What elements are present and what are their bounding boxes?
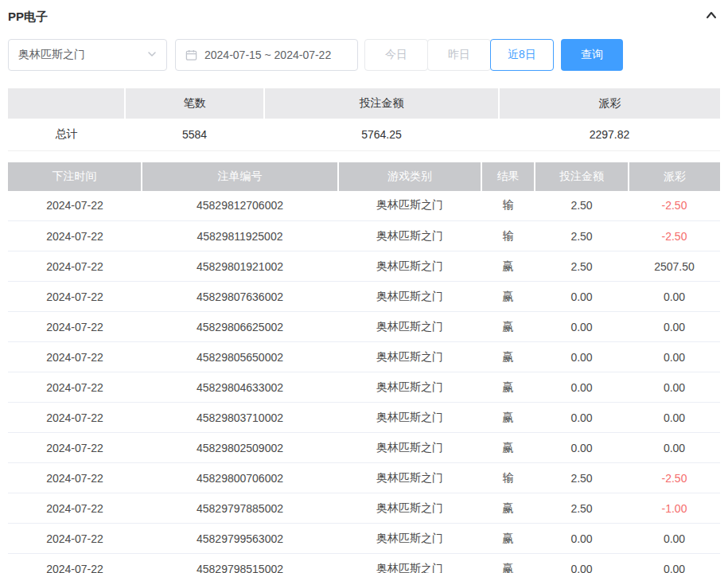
game-category-cell: 奥林匹斯之门 [338, 403, 481, 433]
order-id-cell: 45829801921002 [142, 251, 338, 282]
game-category-cell: 奥林匹斯之门 [338, 282, 481, 312]
game-category-cell: 奥林匹斯之门 [338, 524, 481, 554]
game-category-cell: 奥林匹斯之门 [338, 312, 481, 342]
summary-header-payout: 派彩 [499, 88, 720, 119]
bet-date-cell: 2024-07-22 [8, 251, 142, 282]
bet-date-cell: 2024-07-22 [8, 433, 142, 463]
filter-bar: 奥林匹斯之门 2024-07-15 ~ 2024-07-22 今日 昨日 近8日… [8, 39, 720, 71]
bet-amount-cell: 0.00 [535, 312, 629, 342]
table-row: 2024-07-22 45829797885002 奥林匹斯之门 赢 2.50 … [8, 493, 720, 524]
header-result: 结果 [481, 162, 535, 191]
summary-payout-value: 2297.82 [499, 119, 720, 150]
table-row: 2024-07-22 45829803710002 奥林匹斯之门 赢 0.00 … [8, 403, 720, 433]
order-id-cell: 45829800706002 [142, 463, 338, 493]
result-cell: 赢 [481, 493, 535, 524]
summary-header-row: 笔数 投注金额 派彩 [8, 88, 720, 119]
result-cell: 输 [481, 221, 535, 251]
bet-date-cell: 2024-07-22 [8, 312, 142, 342]
payout-cell: -2.50 [629, 463, 720, 493]
query-button[interactable]: 查询 [561, 39, 623, 71]
bet-date-cell: 2024-07-22 [8, 282, 142, 312]
order-id-cell: 45829812706002 [142, 191, 338, 221]
game-category-cell: 奥林匹斯之门 [338, 221, 481, 251]
bet-amount-cell: 0.00 [535, 554, 629, 573]
result-cell: 赢 [481, 524, 535, 554]
summary-total-label: 总计 [8, 119, 125, 150]
bet-amount-cell: 2.50 [535, 251, 629, 282]
header-game-category: 游戏类别 [338, 162, 481, 191]
summary-total-row: 总计 5584 5764.25 2297.82 [8, 119, 720, 150]
game-category-cell: 奥林匹斯之门 [338, 342, 481, 372]
summary-bet-amount-value: 5764.25 [264, 119, 499, 150]
order-id-cell: 45829805650002 [142, 342, 338, 372]
panel-header: PP电子 [8, 8, 720, 25]
header-order-id: 注单编号 [142, 162, 338, 191]
bet-amount-cell: 0.00 [535, 342, 629, 372]
payout-cell: 0.00 [629, 312, 720, 342]
bet-date-cell: 2024-07-22 [8, 372, 142, 403]
table-row: 2024-07-22 45829798515002 奥林匹斯之门 赢 0.00 … [8, 554, 720, 573]
game-select-value: 奥林匹斯之门 [18, 48, 85, 62]
bet-date-cell: 2024-07-22 [8, 524, 142, 554]
bet-date-cell: 2024-07-22 [8, 191, 142, 221]
game-category-cell: 奥林匹斯之门 [338, 554, 481, 573]
table-row: 2024-07-22 45829811925002 奥林匹斯之门 输 2.50 … [8, 221, 720, 251]
table-row: 2024-07-22 45829812706002 奥林匹斯之门 输 2.50 … [8, 191, 720, 221]
payout-cell: 0.00 [629, 433, 720, 463]
header-bet-time: 下注时间 [8, 162, 142, 191]
bet-amount-cell: 0.00 [535, 372, 629, 403]
game-category-cell: 奥林匹斯之门 [338, 372, 481, 403]
yesterday-button[interactable]: 昨日 [427, 39, 491, 71]
chevron-down-icon [147, 49, 157, 61]
bet-records-table: 下注时间 注单编号 游戏类别 结果 投注金额 派彩 2024-07-22 458… [8, 162, 720, 573]
bet-date-cell: 2024-07-22 [8, 554, 142, 573]
payout-cell: -2.50 [629, 221, 720, 251]
header-bet-amount: 投注金额 [535, 162, 629, 191]
bet-amount-cell: 0.00 [535, 433, 629, 463]
table-row: 2024-07-22 45829805650002 奥林匹斯之门 赢 0.00 … [8, 342, 720, 372]
payout-cell: 0.00 [629, 554, 720, 573]
bet-amount-cell: 0.00 [535, 524, 629, 554]
summary-header-bet-amount: 投注金额 [264, 88, 499, 119]
result-cell: 赢 [481, 403, 535, 433]
game-category-cell: 奥林匹斯之门 [338, 191, 481, 221]
bet-amount-cell: 2.50 [535, 191, 629, 221]
result-cell: 输 [481, 463, 535, 493]
last-8-days-button[interactable]: 近8日 [490, 39, 554, 71]
order-id-cell: 45829798515002 [142, 554, 338, 573]
bet-amount-cell: 0.00 [535, 282, 629, 312]
bet-amount-cell: 2.50 [535, 493, 629, 524]
result-cell: 赢 [481, 433, 535, 463]
game-select[interactable]: 奥林匹斯之门 [8, 39, 167, 71]
payout-cell: -1.00 [629, 493, 720, 524]
result-cell: 赢 [481, 251, 535, 282]
bet-date-cell: 2024-07-22 [8, 463, 142, 493]
bet-date-cell: 2024-07-22 [8, 221, 142, 251]
summary-table: 笔数 投注金额 派彩 总计 5584 5764.25 2297.82 [8, 88, 720, 151]
summary-header-count: 笔数 [125, 88, 264, 119]
summary-count-value: 5584 [125, 119, 264, 150]
table-row: 2024-07-22 45829806625002 奥林匹斯之门 赢 0.00 … [8, 312, 720, 342]
order-id-cell: 45829807636002 [142, 282, 338, 312]
table-row: 2024-07-22 45829799563002 奥林匹斯之门 赢 0.00 … [8, 524, 720, 554]
payout-cell: 2507.50 [629, 251, 720, 282]
game-category-cell: 奥林匹斯之门 [338, 493, 481, 524]
payout-cell: 0.00 [629, 524, 720, 554]
result-cell: 输 [481, 191, 535, 221]
date-range-value: 2024-07-15 ~ 2024-07-22 [204, 49, 331, 61]
payout-cell: 0.00 [629, 372, 720, 403]
result-cell: 赢 [481, 372, 535, 403]
today-button[interactable]: 今日 [364, 39, 428, 71]
bet-date-cell: 2024-07-22 [8, 403, 142, 433]
table-row: 2024-07-22 45829800706002 奥林匹斯之门 输 2.50 … [8, 463, 720, 493]
payout-cell: 0.00 [629, 342, 720, 372]
order-id-cell: 45829804633002 [142, 372, 338, 403]
result-cell: 赢 [481, 312, 535, 342]
result-cell: 赢 [481, 282, 535, 312]
header-payout: 派彩 [629, 162, 720, 191]
bet-table-body: 2024-07-22 45829812706002 奥林匹斯之门 输 2.50 … [8, 191, 720, 573]
game-category-cell: 奥林匹斯之门 [338, 463, 481, 493]
result-cell: 赢 [481, 554, 535, 573]
date-range-input[interactable]: 2024-07-15 ~ 2024-07-22 [175, 39, 358, 71]
collapse-button[interactable] [703, 6, 720, 27]
